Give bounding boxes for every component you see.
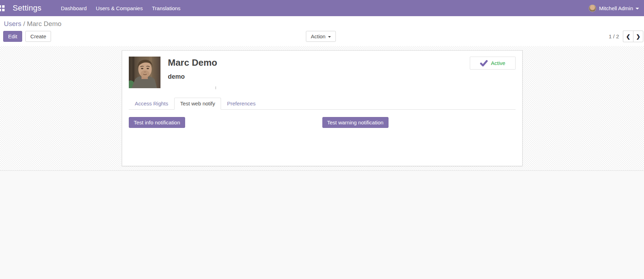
tab-test-web-notify[interactable]: Test web notify — [174, 98, 221, 110]
nav-item-dashboard[interactable]: Dashboard — [56, 0, 91, 16]
nav-item-users-companies[interactable]: Users & Companies — [91, 0, 147, 16]
notebook-tabs: Access Rights Test web notify Preference… — [129, 98, 516, 110]
app-title[interactable]: Settings — [13, 4, 42, 13]
status-badge-label: Active — [491, 60, 505, 66]
page-footer-area — [0, 170, 644, 279]
record-login: demo — [168, 73, 217, 80]
user-form-sheet: Marc Demo demo Active Access Rights Test… — [122, 50, 523, 166]
tab-preferences[interactable]: Preferences — [221, 98, 261, 110]
tab-content: Test info notification Test warning noti… — [129, 110, 516, 128]
chevron-down-icon — [328, 36, 331, 38]
tab-access-rights[interactable]: Access Rights — [129, 98, 174, 110]
content-area: Marc Demo demo Active Access Rights Test… — [0, 46, 644, 170]
check-icon — [480, 60, 488, 66]
control-panel-buttons: Edit Create Action 1 / 2 ❮ ❯ — [0, 31, 644, 42]
chevron-down-icon — [636, 8, 639, 9]
breadcrumb-users-link[interactable]: Users — [4, 20, 21, 27]
create-button[interactable]: Create — [25, 31, 51, 42]
test-info-notification-button[interactable]: Test info notification — [129, 117, 185, 128]
user-name: Mitchell Admin — [599, 5, 633, 11]
test-warning-notification-button[interactable]: Test warning notification — [322, 117, 389, 128]
empty-field-marker — [215, 86, 216, 89]
nav-item-translations[interactable]: Translations — [147, 0, 185, 16]
breadcrumb-current: Marc Demo — [27, 20, 61, 27]
breadcrumb: Users / Marc Demo — [0, 16, 644, 28]
user-avatar — [589, 5, 596, 12]
action-dropdown-button[interactable]: Action — [306, 31, 336, 42]
action-label: Action — [311, 33, 326, 39]
user-menu[interactable]: Mitchell Admin — [589, 5, 644, 12]
control-panel: Users / Marc Demo Edit Create Action 1 /… — [0, 16, 644, 46]
top-navbar: Settings Dashboard Users & Companies Tra… — [0, 0, 644, 16]
portrait-image — [129, 57, 160, 88]
sheet-header: Marc Demo demo Active — [129, 57, 516, 88]
active-status-button[interactable]: Active — [470, 57, 516, 70]
pager-next-button[interactable]: ❯ — [633, 31, 643, 42]
pager-count: 1 / 2 — [609, 33, 619, 39]
nav-menu: Dashboard Users & Companies Translations — [56, 0, 185, 16]
title-block: Marc Demo demo — [168, 57, 217, 80]
pager: 1 / 2 ❮ ❯ — [609, 31, 643, 42]
edit-button[interactable]: Edit — [3, 31, 22, 42]
breadcrumb-separator: / — [23, 20, 27, 27]
record-title: Marc Demo — [168, 57, 217, 68]
apps-grid-icon[interactable] — [0, 5, 5, 11]
user-photo[interactable] — [129, 57, 160, 88]
pager-previous-button[interactable]: ❮ — [623, 31, 633, 42]
pager-buttons: ❮ ❯ — [623, 31, 643, 42]
